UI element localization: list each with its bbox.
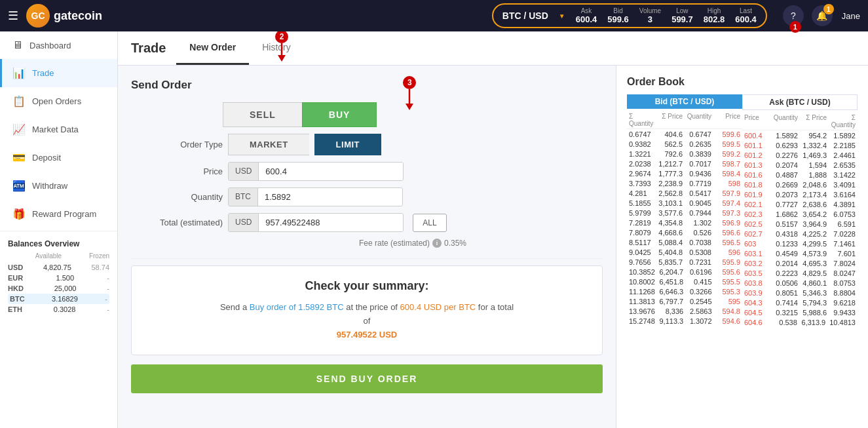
bid-col-headers: Σ Quantity Σ Price Quantity Price	[627, 111, 742, 129]
send-buy-order-button[interactable]: SEND BUY ORDER	[131, 364, 603, 393]
total-input-group: USD	[228, 213, 404, 232]
buy-button[interactable]: BUY	[302, 102, 377, 127]
dashboard-icon: 🖥	[12, 39, 23, 51]
summary-text: Send a Buy order of 1.5892 BTC at the pr…	[145, 301, 589, 341]
ask-rows: 600.4 1.5892 954.2 1.5892 601.1 0.6293 1…	[742, 130, 858, 327]
ask-row: 604.3 0.7414 5,794.3 9.6218	[742, 298, 858, 307]
withdraw-icon: 🏧	[12, 180, 26, 192]
balance-row-eur: EUR 1.500 -	[8, 273, 109, 283]
reward-icon: 🎁	[12, 208, 26, 220]
balance-row-usd: USD 4,820.75 58.74	[8, 262, 109, 273]
sidebar-item-reward[interactable]: 🎁 Reward Program	[0, 200, 117, 228]
summary-box: Check your summary: Send a Buy order of …	[131, 265, 603, 355]
balances-title: Balances Overview	[8, 239, 109, 248]
bid-row: 5.1855 3,103.1 0.9045 597.4	[627, 198, 742, 208]
ticker-box[interactable]: BTC / USD ▼ Ask 600.4 Bid 599.6 Volume 3…	[492, 3, 767, 28]
ask-row: 601.8 0.2669 2,048.6 3.4091	[742, 180, 858, 189]
balance-row-hkd: HKD 25,000 -	[8, 283, 109, 294]
summary-title: Check your summary:	[145, 279, 589, 293]
tab-new-order[interactable]: New Order	[176, 31, 249, 65]
bid-row: 3.7393 2,238.9 0.7719 598	[627, 178, 742, 188]
ask-row: 603.2 0.2014 4,695.3 7.8024	[742, 258, 858, 268]
order-type-label: Order Type	[131, 140, 223, 149]
fee-value: 0.35%	[444, 239, 466, 248]
sidebar-label-deposit: Deposit	[32, 153, 61, 163]
sidebar-label-dashboard: Dashboard	[29, 41, 71, 50]
ticker-low: Low 599.7	[671, 7, 693, 24]
trade-header: Trade 2 New Order History	[118, 31, 868, 66]
price-row: Price USD	[131, 162, 603, 181]
svg-marker-3	[406, 104, 413, 110]
sidebar-label-withdraw: Withdraw	[32, 181, 67, 191]
ask-row: 601.2 0.2276 1,469.3 2.4461	[742, 150, 858, 160]
fee-text: Fee rate (estimated)	[359, 239, 430, 248]
trade-icon: 📊	[12, 67, 26, 79]
ask-col-headers: Price Quantity Σ Price Σ Quantity	[742, 113, 858, 130]
balances-header: Available Frozen	[8, 252, 109, 260]
ask-side: Ask (BTC / USD) Price Quantity Σ Price Σ…	[742, 94, 858, 327]
sidebar: 🖥 Dashboard 📊 Trade 📋 Open Orders 📈 Mark…	[0, 31, 118, 428]
limit-button[interactable]: LIMIT	[314, 134, 381, 155]
ask-row: 603.9 0.8051 5,346.3 8.8804	[742, 288, 858, 298]
summary-buy-link: Buy order of 1.5892 BTC	[250, 302, 344, 312]
bid-row: 4.281 2,562.8 0.5417 597.9	[627, 188, 742, 198]
summary-total: 957.49522 USD	[145, 328, 589, 342]
ask-row: 603.5 0.2223 4,829.5 8.0247	[742, 268, 858, 278]
total-label: Total (estimated)	[131, 218, 223, 227]
logo: GC gatecoin	[26, 4, 102, 28]
ticker-volume: Volume 3	[639, 7, 661, 24]
all-button[interactable]: ALL	[413, 214, 446, 232]
balances-available-header: Available	[35, 252, 62, 260]
sidebar-item-market-data[interactable]: 📈 Market Data	[0, 115, 117, 144]
bid-row: 9.0425 5,404.8 0.5308 596	[627, 247, 742, 257]
ask-row: 601.3 0.2074 1,594 2.6535	[742, 160, 858, 170]
bid-row: 0.9382 562.5 0.2635 599.5	[627, 139, 742, 149]
buy-sell-row: SELL BUY	[223, 102, 377, 127]
order-book-columns: Bid (BTC / USD) Σ Quantity Σ Price Quant…	[627, 94, 858, 327]
sidebar-label-market-data: Market Data	[32, 125, 79, 134]
ticker-bid: Bid 599.6	[607, 7, 629, 24]
sidebar-item-dashboard[interactable]: 🖥 Dashboard	[0, 31, 117, 59]
bid-rows: 0.6747 404.6 0.6747 599.6 0.9382 562.5 0…	[627, 129, 742, 326]
quantity-row: Quantity BTC	[131, 187, 603, 206]
help-button[interactable]: ?	[783, 5, 804, 26]
deposit-icon: 💳	[12, 151, 26, 164]
sidebar-item-deposit[interactable]: 💳 Deposit	[0, 144, 117, 172]
bid-row: 9.7656 5,835.7 0.7231 595.9	[627, 257, 742, 267]
ticker-last: Last 600.4	[735, 7, 757, 24]
notification-button[interactable]: 🔔 1	[812, 5, 833, 26]
bid-row: 10.3852 6,204.7 0.6196 595.6	[627, 267, 742, 277]
ask-row: 603.1 0.4549 4,573.9 7.601	[742, 248, 858, 258]
divider	[131, 258, 603, 259]
balances-frozen-header: Frozen	[89, 252, 109, 260]
sidebar-item-open-orders[interactable]: 📋 Open Orders	[0, 87, 117, 115]
market-data-icon: 📈	[12, 123, 26, 136]
ticker-ask: Ask 600.4	[576, 7, 597, 24]
logo-circle: GC	[26, 4, 50, 28]
open-orders-icon: 📋	[12, 95, 26, 107]
total-row: Total (estimated) USD ALL	[131, 213, 603, 232]
ask-header: Ask (BTC / USD)	[742, 94, 858, 110]
menu-icon[interactable]: ☰	[8, 9, 18, 23]
send-order-title: Send Order	[131, 79, 603, 92]
quantity-input[interactable]	[258, 188, 402, 206]
sidebar-item-trade[interactable]: 📊 Trade	[0, 59, 117, 87]
sidebar-label-trade: Trade	[32, 68, 54, 78]
ask-row: 604.6 0.538 6,313.9 10.4813	[742, 317, 858, 327]
price-input[interactable]	[259, 163, 403, 180]
price-label: Price	[131, 166, 223, 176]
send-order-panel: Send Order 3 SELL BUY	[118, 66, 616, 428]
sidebar-item-withdraw[interactable]: 🏧 Withdraw	[0, 172, 117, 200]
market-button[interactable]: MARKET	[228, 134, 309, 155]
tab-history[interactable]: History	[249, 31, 304, 65]
summary-price: 600.4 USD per BTC	[400, 302, 476, 312]
ask-row: 603 0.1233 4,299.5 7.1461	[742, 239, 858, 248]
price-input-group: USD	[228, 162, 404, 181]
ask-row: 603.8 0.0506 4,860.1 8.0753	[742, 278, 858, 288]
app-layout: 🖥 Dashboard 📊 Trade 📋 Open Orders 📈 Mark…	[0, 31, 868, 428]
bid-row: 2.0238 1,212.7 0.7017 598.7	[627, 159, 742, 168]
order-type-row: Order Type MARKET LIMIT	[131, 134, 603, 155]
balance-row-btc: BTC 3.16829 -	[8, 294, 109, 304]
total-input[interactable]	[259, 214, 403, 231]
sell-button[interactable]: SELL	[223, 102, 302, 127]
